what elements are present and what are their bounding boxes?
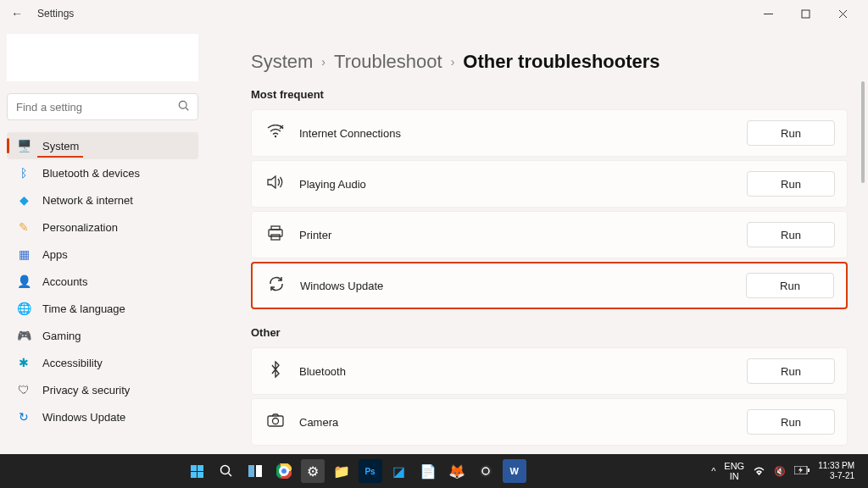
svg-rect-10 [268,416,283,426]
troubleshooter-camera: CameraRun [251,398,848,446]
svg-rect-1 [802,10,810,18]
nav-icon: 🌐 [15,302,32,315]
svg-rect-15 [256,465,262,477]
window-title: Settings [37,8,74,19]
breadcrumb: System › Troubleshoot › Other troublesho… [251,51,848,73]
taskbar: ⚙ 📁 Ps ◪ 📄 🦊 W ^ ENG IN 🔇 11:33 PM 3-7-2… [0,454,868,488]
troubleshooter-label: Internet Connections [299,127,747,140]
vscode-icon[interactable]: ◪ [387,459,411,483]
svg-line-13 [228,474,231,477]
svg-point-12 [220,466,229,474]
sidebar-item-personalization[interactable]: ✎Personalization [7,214,198,241]
refresh-icon [264,276,288,295]
close-button[interactable] [824,2,861,25]
troubleshooter-label: Printer [299,229,747,241]
breadcrumb-current: Other troubleshooters [463,51,659,73]
settings-icon[interactable]: ⚙ [301,459,325,483]
notepad-icon[interactable]: 📄 [416,459,440,483]
sidebar-item-privacy-security[interactable]: 🛡Privacy & security [7,376,198,403]
scrollbar[interactable] [861,81,865,183]
sidebar-item-time-language[interactable]: 🌐Time & language [7,295,198,322]
chevron-right-icon: › [451,55,455,69]
battery-icon[interactable] [794,466,810,476]
photoshop-icon[interactable]: Ps [359,459,382,483]
breadcrumb-system[interactable]: System [251,51,313,73]
svg-rect-14 [248,465,254,477]
word-icon[interactable]: W [503,459,526,483]
troubleshooter-windows-update: Windows UpdateRun [251,262,848,309]
troubleshooter-label: Playing Audio [299,178,747,191]
nav-label: Apps [42,248,68,261]
sidebar-item-windows-update[interactable]: ↻Windows Update [7,403,198,430]
sidebar-item-gaming[interactable]: 🎮Gaming [7,322,198,349]
back-button[interactable]: ← [7,7,27,20]
nav-label: System [42,140,79,152]
sidebar-item-network-internet[interactable]: ◆Network & internet [7,186,198,214]
run-button[interactable]: Run [746,273,834,298]
minimize-button[interactable] [749,2,787,25]
content-area: System › Troubleshoot › Other troublesho… [205,27,868,454]
sidebar-item-accounts[interactable]: 👤Accounts [7,268,198,295]
nav-label: Time & language [42,302,125,315]
firefox-icon[interactable]: 🦊 [445,459,469,483]
run-button[interactable]: Run [747,222,835,247]
printer-icon [264,225,287,244]
nav-label: Personalization [42,221,118,234]
obs-icon[interactable] [474,459,498,483]
tray-region: IN [724,471,744,481]
nav-label: Accounts [42,275,87,288]
maximize-button[interactable] [787,2,824,25]
nav-label: Bluetooth & devices [42,167,140,180]
wifi-icon [264,125,287,141]
run-button[interactable]: Run [747,409,835,435]
svg-rect-26 [808,469,810,472]
nav-label: Windows Update [42,411,125,424]
sidebar-item-apps[interactable]: ▦Apps [7,241,198,268]
profile-card[interactable] [7,34,198,81]
troubleshooter-playing-audio: Playing AudioRun [251,160,848,208]
clock-date: 3-7-21 [818,471,854,481]
run-button[interactable]: Run [747,358,835,384]
search-icon [178,100,190,115]
troubleshooter-label: Bluetooth [299,365,747,378]
chrome-icon[interactable] [272,459,296,483]
svg-point-4 [179,101,186,108]
search-input[interactable] [7,93,198,120]
chevron-right-icon: › [321,55,326,69]
troubleshooter-bluetooth: BluetoothRun [251,347,848,395]
troubleshooter-label: Windows Update [300,280,746,292]
tray-language[interactable]: ENG [724,461,744,471]
task-view[interactable] [243,459,267,483]
sidebar-item-accessibility[interactable]: ✱Accessibility [7,349,198,376]
breadcrumb-troubleshoot[interactable]: Troubleshoot [334,51,442,73]
explorer-icon[interactable]: 📁 [330,459,353,483]
nav-icon: ᛒ [15,166,32,180]
svg-rect-9 [271,235,280,240]
camera-icon [264,413,287,430]
nav-label: Accessibility [42,357,103,369]
svg-point-24 [759,473,760,474]
section-title-most-frequent: Most frequent [251,88,848,101]
svg-point-11 [273,419,279,424]
wifi-icon[interactable] [753,465,765,477]
svg-line-5 [186,108,188,110]
troubleshooter-label: Camera [299,416,747,429]
troubleshooter-printer: PrinterRun [251,211,848,258]
volume-icon[interactable]: 🔇 [774,466,786,477]
taskbar-search[interactable] [214,459,238,483]
sidebar-item-system[interactable]: 🖥️System [7,132,198,159]
start-button[interactable] [186,459,209,483]
nav-icon: ▦ [15,247,32,261]
run-button[interactable]: Run [747,120,835,146]
run-button[interactable]: Run [747,171,835,197]
section-title-other: Other [251,326,848,339]
tray-chevron-icon[interactable]: ^ [711,466,715,476]
nav-icon: 🛡 [15,383,32,396]
troubleshooter-internet-connections: Internet ConnectionsRun [251,109,848,157]
bt-icon [264,361,287,381]
nav-icon: ✎ [15,220,32,234]
sidebar-item-bluetooth-devices[interactable]: ᛒBluetooth & devices [7,159,198,186]
clock[interactable]: 11:33 PM 3-7-21 [818,461,860,481]
nav-icon: ↻ [15,410,32,424]
search-box [7,93,198,120]
